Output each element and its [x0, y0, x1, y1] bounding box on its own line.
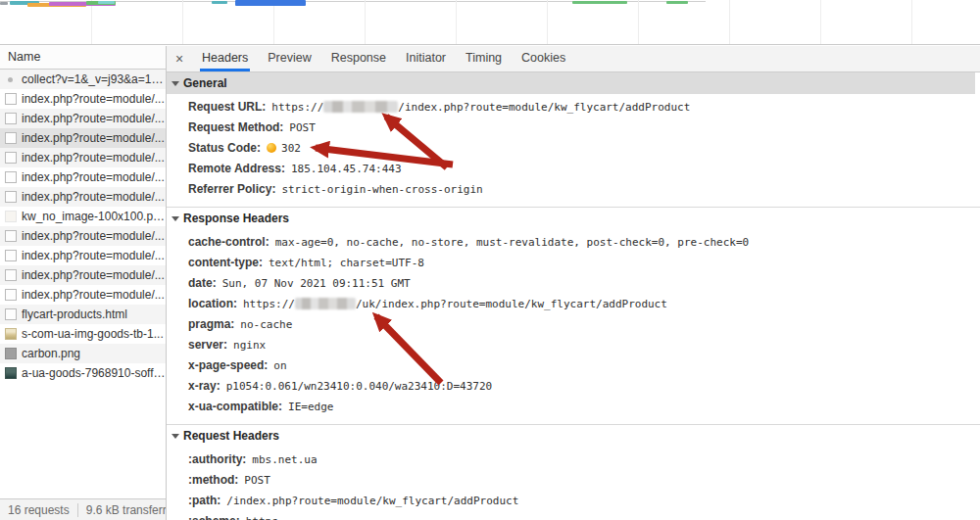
tab-headers[interactable]: Headers [192, 46, 258, 71]
header-value: nginx [233, 339, 266, 352]
request-list-item[interactable]: carbon.png [0, 344, 166, 363]
header-name: content-type: [188, 256, 263, 269]
url-path: /index.php?route=module/kw_flycart/addPr… [398, 101, 690, 114]
request-name-label: index.php?route=module/... [22, 131, 165, 145]
header-row: location:https:///uk/index.php?route=mod… [167, 294, 980, 314]
document-icon [5, 308, 17, 320]
request-list-item[interactable]: index.php?route=module/... [0, 187, 166, 207]
request-list-item[interactable]: flycart-products.html [0, 305, 166, 324]
request-list: collect?v=1&_v=j93&a=10...index.php?rout… [0, 70, 166, 498]
header-value: text/html; charset=UTF-8 [269, 257, 424, 269]
request-list-item[interactable]: collect?v=1&_v=j93&a=10... [0, 70, 166, 89]
header-value: on [273, 359, 286, 372]
header-value: strict-origin-when-cross-origin [281, 183, 482, 196]
image-file-icon [5, 211, 17, 222]
section-header-request[interactable]: Request Headers [167, 425, 980, 447]
request-list-item[interactable]: s-com-ua-img-goods-tb-1... [0, 324, 166, 344]
general-rows: Request URL:https:///index.php?route=mod… [167, 94, 980, 202]
header-row: Referrer Policy:strict-origin-when-cross… [167, 179, 980, 200]
network-summary-bar: 16 requests 9.6 kB transferred [0, 498, 166, 520]
network-overview-strip[interactable] [0, 0, 980, 45]
header-value-text: /index.php?route=module/kw_flycart/addPr… [226, 495, 518, 507]
transferred-size: 9.6 kB transferred [77, 503, 166, 517]
overview-waterfall-segment [235, 0, 306, 6]
request-name-label: index.php?route=module/... [22, 92, 165, 106]
header-row: x-ray:p1054:0.061/wn23410:0.040/wa23410:… [167, 376, 980, 397]
header-row: pragma:no-cache [167, 314, 980, 335]
header-value: https [246, 515, 278, 520]
response-headers-rows: cache-control:max-age=0, no-cache, no-st… [167, 229, 980, 419]
header-name: :authority: [188, 452, 246, 466]
header-name: Request Method: [188, 120, 283, 134]
details-tabbar: × HeadersPreviewResponseInitiatorTimingC… [167, 46, 980, 72]
overview-gridline [911, 0, 912, 44]
image-file-icon [5, 348, 17, 359]
header-value: https:///index.php?route=module/kw_flyca… [271, 101, 690, 114]
close-icon[interactable]: × [167, 46, 192, 71]
tab-timing[interactable]: Timing [456, 46, 512, 71]
request-list-item[interactable]: index.php?route=module/... [0, 89, 166, 109]
request-list-item[interactable]: index.php?route=module/... [0, 265, 166, 285]
overview-gridline [273, 0, 274, 44]
header-name: x-ray: [188, 379, 220, 393]
header-row: cache-control:max-age=0, no-cache, no-st… [167, 232, 980, 253]
overview-waterfall-segment [98, 1, 115, 4]
request-name-label: flycart-products.html [22, 307, 127, 321]
header-value: no-cache [240, 318, 292, 331]
header-row: Request Method:POST [167, 118, 980, 138]
tab-response[interactable]: Response [321, 46, 396, 71]
header-value-text: nginx [233, 339, 266, 352]
request-name-label: index.php?route=module/... [22, 249, 165, 262]
header-name: :method: [188, 473, 238, 487]
chevron-down-icon [172, 216, 179, 221]
request-name-label: index.php?route=module/... [22, 112, 165, 125]
request-list-item[interactable]: index.php?route=module/... [0, 109, 166, 128]
header-value-text: 185.104.45.74:443 [291, 163, 402, 175]
section-title: Request Headers [183, 429, 279, 443]
header-row: x-ua-compatible:IE=edge [167, 397, 980, 417]
header-value-text: POST [289, 121, 316, 134]
name-column-header[interactable]: Name [0, 46, 166, 70]
header-value-text: text/html; charset=UTF-8 [269, 257, 424, 269]
request-headers-rows: :authority:mbs.net.ua:method:POST:path:/… [167, 447, 980, 520]
overview-gridline [820, 0, 821, 44]
request-list-item[interactable]: index.php?route=module/... [0, 128, 166, 148]
header-value-text: strict-origin-when-cross-origin [281, 183, 482, 196]
request-list-pane: Name collect?v=1&_v=j93&a=10...index.php… [0, 46, 167, 520]
header-row: :authority:mbs.net.ua [167, 449, 980, 470]
tab-preview[interactable]: Preview [258, 46, 320, 71]
network-main-area: Name collect?v=1&_v=j93&a=10...index.php… [0, 46, 980, 520]
tab-initiator[interactable]: Initiator [396, 46, 456, 71]
section-header-general[interactable]: General [167, 72, 975, 94]
section-title: General [183, 76, 227, 90]
header-name: cache-control: [188, 235, 270, 249]
request-list-item[interactable]: a-ua-goods-7968910-soffi... [0, 363, 166, 383]
requests-count: 16 requests [0, 503, 77, 517]
section-header-response[interactable]: Response Headers [167, 208, 980, 229]
request-list-item[interactable]: index.php?route=module/... [0, 167, 166, 187]
header-value-text: on [273, 359, 286, 372]
request-list-item[interactable]: kw_no_image-100x100.png [0, 207, 166, 226]
overview-gridline [91, 0, 92, 44]
tab-cookies[interactable]: Cookies [512, 46, 575, 71]
overview-gridline [365, 0, 366, 44]
request-name-label: collect?v=1&_v=j93&a=10... [22, 72, 166, 86]
request-list-item[interactable]: index.php?route=module/... [0, 246, 166, 265]
document-icon [5, 171, 17, 183]
header-value: 302 [267, 142, 301, 155]
header-value-text: p1054:0.061/wn23410:0.040/wa23410:D=4372… [226, 380, 493, 393]
overview-gridline [638, 0, 639, 44]
header-name: server: [188, 338, 227, 352]
document-icon [5, 269, 17, 281]
request-list-item[interactable]: index.php?route=module/... [0, 285, 166, 305]
overview-waterfall-segment [212, 1, 227, 4]
redacted-domain-blur [323, 101, 398, 113]
header-value-text: IE=edge [288, 401, 333, 413]
request-list-item[interactable]: index.php?route=module/... [0, 148, 166, 167]
header-name: Request URL: [188, 100, 266, 114]
request-list-item[interactable]: index.php?route=module/... [0, 226, 166, 246]
header-row: :scheme:https [167, 511, 980, 520]
header-row: Request URL:https:///index.php?route=mod… [167, 97, 980, 118]
request-name-label: index.php?route=module/... [22, 268, 165, 282]
overview-gridline [547, 0, 548, 44]
